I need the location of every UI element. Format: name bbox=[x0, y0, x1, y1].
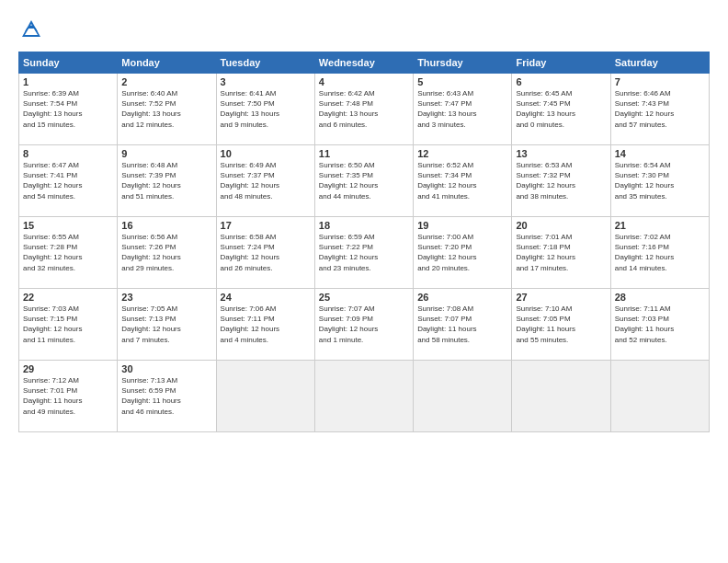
day-number: 27 bbox=[516, 292, 606, 303]
calendar-cell: 2Sunrise: 6:40 AM Sunset: 7:52 PM Daylig… bbox=[118, 74, 216, 145]
header-cell-wednesday: Wednesday bbox=[314, 52, 413, 74]
day-number: 16 bbox=[121, 220, 211, 231]
day-info: Sunrise: 7:02 AM Sunset: 7:16 PM Dayligh… bbox=[615, 232, 705, 273]
calendar-cell: 7Sunrise: 6:46 AM Sunset: 7:43 PM Daylig… bbox=[610, 74, 709, 145]
day-info: Sunrise: 6:58 AM Sunset: 7:24 PM Dayligh… bbox=[221, 232, 311, 273]
calendar-cell: 13Sunrise: 6:53 AM Sunset: 7:32 PM Dayli… bbox=[512, 145, 610, 217]
day-info: Sunrise: 6:47 AM Sunset: 7:41 PM Dayligh… bbox=[23, 160, 113, 201]
calendar-cell: 8Sunrise: 6:47 AM Sunset: 7:41 PM Daylig… bbox=[19, 145, 118, 217]
day-info: Sunrise: 7:11 AM Sunset: 7:03 PM Dayligh… bbox=[615, 304, 705, 345]
calendar-week-4: 22Sunrise: 7:03 AM Sunset: 7:15 PM Dayli… bbox=[19, 289, 710, 361]
logo bbox=[18, 17, 48, 42]
calendar-cell bbox=[314, 361, 413, 432]
calendar-cell bbox=[414, 361, 512, 432]
day-number: 1 bbox=[23, 76, 113, 87]
header-cell-saturday: Saturday bbox=[610, 52, 709, 74]
calendar-cell: 4Sunrise: 6:42 AM Sunset: 7:48 PM Daylig… bbox=[314, 74, 413, 145]
calendar-week-5: 29Sunrise: 7:12 AM Sunset: 7:01 PM Dayli… bbox=[19, 361, 710, 432]
day-number: 25 bbox=[319, 292, 409, 303]
logo-icon bbox=[18, 17, 44, 42]
day-number: 5 bbox=[417, 76, 507, 87]
day-info: Sunrise: 6:50 AM Sunset: 7:35 PM Dayligh… bbox=[319, 160, 409, 201]
calendar-cell: 10Sunrise: 6:49 AM Sunset: 7:37 PM Dayli… bbox=[216, 145, 314, 217]
day-number: 4 bbox=[319, 76, 409, 87]
day-info: Sunrise: 7:08 AM Sunset: 7:07 PM Dayligh… bbox=[417, 304, 507, 345]
day-info: Sunrise: 6:49 AM Sunset: 7:37 PM Dayligh… bbox=[221, 160, 311, 201]
day-number: 22 bbox=[23, 292, 113, 303]
calendar-cell: 24Sunrise: 7:06 AM Sunset: 7:11 PM Dayli… bbox=[216, 289, 314, 361]
day-info: Sunrise: 6:56 AM Sunset: 7:26 PM Dayligh… bbox=[121, 232, 211, 273]
day-number: 11 bbox=[319, 148, 409, 159]
day-number: 6 bbox=[516, 76, 606, 87]
header-cell-tuesday: Tuesday bbox=[216, 52, 314, 74]
day-info: Sunrise: 6:53 AM Sunset: 7:32 PM Dayligh… bbox=[516, 160, 606, 201]
day-info: Sunrise: 7:10 AM Sunset: 7:05 PM Dayligh… bbox=[516, 304, 606, 345]
day-info: Sunrise: 7:00 AM Sunset: 7:20 PM Dayligh… bbox=[417, 232, 507, 273]
calendar-cell: 14Sunrise: 6:54 AM Sunset: 7:30 PM Dayli… bbox=[610, 145, 709, 217]
day-info: Sunrise: 6:40 AM Sunset: 7:52 PM Dayligh… bbox=[121, 88, 211, 130]
calendar-cell: 3Sunrise: 6:41 AM Sunset: 7:50 PM Daylig… bbox=[216, 74, 314, 145]
day-info: Sunrise: 6:43 AM Sunset: 7:47 PM Dayligh… bbox=[417, 88, 507, 130]
day-number: 17 bbox=[221, 220, 311, 231]
calendar-week-3: 15Sunrise: 6:55 AM Sunset: 7:28 PM Dayli… bbox=[19, 217, 710, 289]
calendar-cell: 1Sunrise: 6:39 AM Sunset: 7:54 PM Daylig… bbox=[19, 74, 118, 145]
calendar-cell: 25Sunrise: 7:07 AM Sunset: 7:09 PM Dayli… bbox=[314, 289, 413, 361]
calendar-cell: 19Sunrise: 7:00 AM Sunset: 7:20 PM Dayli… bbox=[414, 217, 512, 289]
page-header bbox=[18, 17, 710, 42]
day-number: 15 bbox=[23, 220, 113, 231]
calendar-cell: 29Sunrise: 7:12 AM Sunset: 7:01 PM Dayli… bbox=[19, 361, 118, 432]
day-info: Sunrise: 7:13 AM Sunset: 6:59 PM Dayligh… bbox=[121, 375, 211, 417]
day-number: 3 bbox=[221, 76, 311, 87]
day-info: Sunrise: 6:39 AM Sunset: 7:54 PM Dayligh… bbox=[23, 88, 113, 130]
calendar-cell bbox=[610, 361, 709, 432]
header-cell-monday: Monday bbox=[118, 52, 216, 74]
day-info: Sunrise: 7:07 AM Sunset: 7:09 PM Dayligh… bbox=[319, 304, 409, 345]
calendar-cell: 5Sunrise: 6:43 AM Sunset: 7:47 PM Daylig… bbox=[414, 74, 512, 145]
day-number: 26 bbox=[417, 292, 507, 303]
day-info: Sunrise: 6:54 AM Sunset: 7:30 PM Dayligh… bbox=[615, 160, 705, 201]
day-number: 20 bbox=[516, 220, 606, 231]
calendar-cell bbox=[512, 361, 610, 432]
calendar-cell: 21Sunrise: 7:02 AM Sunset: 7:16 PM Dayli… bbox=[610, 217, 709, 289]
calendar-header-row: SundayMondayTuesdayWednesdayThursdayFrid… bbox=[19, 52, 710, 74]
day-info: Sunrise: 7:05 AM Sunset: 7:13 PM Dayligh… bbox=[121, 304, 211, 345]
day-number: 28 bbox=[615, 292, 705, 303]
day-number: 13 bbox=[516, 148, 606, 159]
calendar-cell: 6Sunrise: 6:45 AM Sunset: 7:45 PM Daylig… bbox=[512, 74, 610, 145]
day-info: Sunrise: 6:46 AM Sunset: 7:43 PM Dayligh… bbox=[615, 88, 705, 130]
day-info: Sunrise: 6:55 AM Sunset: 7:28 PM Dayligh… bbox=[23, 232, 113, 273]
calendar-cell bbox=[216, 361, 314, 432]
day-number: 30 bbox=[121, 363, 211, 374]
day-number: 14 bbox=[615, 148, 705, 159]
day-number: 24 bbox=[221, 292, 311, 303]
day-info: Sunrise: 6:59 AM Sunset: 7:22 PM Dayligh… bbox=[319, 232, 409, 273]
day-info: Sunrise: 6:48 AM Sunset: 7:39 PM Dayligh… bbox=[121, 160, 211, 201]
calendar-week-1: 1Sunrise: 6:39 AM Sunset: 7:54 PM Daylig… bbox=[19, 74, 710, 145]
calendar-week-2: 8Sunrise: 6:47 AM Sunset: 7:41 PM Daylig… bbox=[19, 145, 710, 217]
calendar-cell: 26Sunrise: 7:08 AM Sunset: 7:07 PM Dayli… bbox=[414, 289, 512, 361]
day-number: 21 bbox=[615, 220, 705, 231]
calendar-cell: 20Sunrise: 7:01 AM Sunset: 7:18 PM Dayli… bbox=[512, 217, 610, 289]
day-info: Sunrise: 6:45 AM Sunset: 7:45 PM Dayligh… bbox=[516, 88, 606, 130]
day-number: 12 bbox=[417, 148, 507, 159]
header-cell-sunday: Sunday bbox=[19, 52, 118, 74]
calendar-cell: 27Sunrise: 7:10 AM Sunset: 7:05 PM Dayli… bbox=[512, 289, 610, 361]
header-cell-friday: Friday bbox=[512, 52, 610, 74]
day-info: Sunrise: 6:42 AM Sunset: 7:48 PM Dayligh… bbox=[319, 88, 409, 130]
header-cell-thursday: Thursday bbox=[414, 52, 512, 74]
day-number: 19 bbox=[417, 220, 507, 231]
day-number: 10 bbox=[221, 148, 311, 159]
day-number: 7 bbox=[615, 76, 705, 87]
day-number: 9 bbox=[121, 148, 211, 159]
calendar-page: SundayMondayTuesdayWednesdayThursdayFrid… bbox=[0, 0, 728, 563]
calendar-cell: 22Sunrise: 7:03 AM Sunset: 7:15 PM Dayli… bbox=[19, 289, 118, 361]
day-info: Sunrise: 6:41 AM Sunset: 7:50 PM Dayligh… bbox=[221, 88, 311, 130]
calendar-cell: 23Sunrise: 7:05 AM Sunset: 7:13 PM Dayli… bbox=[118, 289, 216, 361]
calendar-cell: 11Sunrise: 6:50 AM Sunset: 7:35 PM Dayli… bbox=[314, 145, 413, 217]
day-number: 2 bbox=[121, 76, 211, 87]
day-info: Sunrise: 7:06 AM Sunset: 7:11 PM Dayligh… bbox=[221, 304, 311, 345]
calendar-cell: 12Sunrise: 6:52 AM Sunset: 7:34 PM Dayli… bbox=[414, 145, 512, 217]
day-info: Sunrise: 7:03 AM Sunset: 7:15 PM Dayligh… bbox=[23, 304, 113, 345]
calendar-cell: 16Sunrise: 6:56 AM Sunset: 7:26 PM Dayli… bbox=[118, 217, 216, 289]
day-number: 18 bbox=[319, 220, 409, 231]
